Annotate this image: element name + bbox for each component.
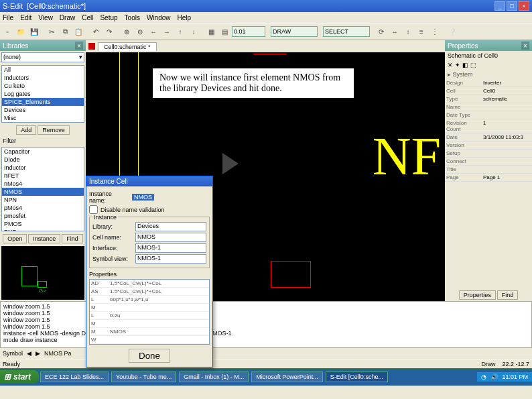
prop-tool-icon[interactable]: ✕ xyxy=(448,62,453,68)
cut-icon[interactable]: ✂ xyxy=(46,25,58,38)
filter-item[interactable]: NMOS xyxy=(2,188,84,196)
open-button[interactable]: Open xyxy=(3,234,27,243)
zoom-field[interactable]: 0.01 xyxy=(232,26,265,37)
library-item[interactable]: Inductors xyxy=(2,74,84,82)
properties-close-icon[interactable]: × xyxy=(521,42,529,50)
library-item[interactable]: SPICE_Elements xyxy=(2,98,84,106)
grid-icon[interactable]: ▦ xyxy=(205,25,217,38)
prop-tool-icon[interactable]: ◧ xyxy=(462,62,468,68)
menu-view[interactable]: View xyxy=(38,14,53,21)
cell-combo[interactable]: NMOS xyxy=(135,233,206,242)
distribute-icon[interactable]: ⋮ xyxy=(429,25,441,38)
page-nav-prev-icon[interactable]: ◀ xyxy=(27,350,31,357)
symbol-label: Symbol xyxy=(3,350,23,357)
zoom-in-icon[interactable]: ⊕ xyxy=(121,25,133,38)
status-ready: Ready xyxy=(3,361,20,367)
libraries-close-icon[interactable]: × xyxy=(75,42,83,50)
paste-icon[interactable]: 📋 xyxy=(72,25,84,38)
command-output[interactable]: window zoom 1.5window zoom 1.5window zoo… xyxy=(0,301,532,348)
symbol-combo[interactable]: NMOS-1 xyxy=(135,254,206,264)
remove-button[interactable]: Remove xyxy=(38,125,70,135)
arrow-right-icon[interactable]: → xyxy=(161,25,173,38)
menu-window[interactable]: Window xyxy=(147,14,171,21)
library-item[interactable]: Misc xyxy=(2,114,84,122)
system-tray[interactable]: ◔ 🔊 11:01 PM xyxy=(477,372,532,382)
filter-item[interactable]: Diode xyxy=(2,156,84,164)
library-item[interactable]: Devices xyxy=(2,106,84,114)
filter-list[interactable]: CapacitorDiodeInductornFETnMos4NMOSNPNpM… xyxy=(1,147,84,231)
props-label: Properties xyxy=(89,271,210,278)
tray-icon[interactable]: 🔊 xyxy=(490,374,498,380)
rotate-icon[interactable]: ⟳ xyxy=(375,25,387,38)
help-icon[interactable]: ❔ xyxy=(446,25,458,38)
properties-find-button[interactable]: Find xyxy=(497,290,519,300)
add-button[interactable]: Add xyxy=(16,125,36,135)
minimize-button[interactable]: _ xyxy=(494,1,505,11)
open-icon[interactable]: 📁 xyxy=(15,25,27,38)
flip-v-icon[interactable]: ↕ xyxy=(402,25,414,38)
filter-item[interactable]: nFET xyxy=(2,172,84,180)
library-item[interactable]: SPICE_Commands xyxy=(2,122,84,123)
library-item[interactable]: Log gates xyxy=(2,90,84,98)
filter-item[interactable]: nMos4 xyxy=(2,180,84,188)
new-icon[interactable]: ▫ xyxy=(1,25,13,38)
undo-icon[interactable]: ↶ xyxy=(90,25,102,38)
maximize-button[interactable]: □ xyxy=(507,1,517,11)
libraries-list[interactable]: AllInductorsCu ketoLog gatesSPICE_Elemen… xyxy=(1,65,84,123)
library-item[interactable]: Cu keto xyxy=(2,82,84,90)
menu-edit[interactable]: Edit xyxy=(20,14,31,21)
start-button[interactable]: ⊞ start xyxy=(0,370,39,384)
arrow-down-icon[interactable]: ↓ xyxy=(188,25,200,38)
taskbar-item[interactable]: ECE 122 Lab Slides... xyxy=(40,372,109,382)
page-nav-next-icon[interactable]: ▶ xyxy=(36,350,40,357)
taskbar-item[interactable]: Youtube - Tube me... xyxy=(111,372,176,382)
library-item[interactable]: All xyxy=(2,66,84,74)
arrow-up-icon[interactable]: ↑ xyxy=(174,25,186,38)
properties-header: Properties × xyxy=(445,40,532,51)
filter-item[interactable]: PMOS xyxy=(2,220,84,228)
interface-combo[interactable]: NMOS-1 xyxy=(135,243,206,253)
mode-select[interactable]: SELECT xyxy=(323,26,370,37)
taskbar-item[interactable]: Gmail - Inbox (1) - M... xyxy=(179,372,249,382)
menu-setup[interactable]: Setup xyxy=(100,14,117,21)
mode-draw[interactable]: DRAW xyxy=(271,26,318,37)
filter-item[interactable]: pMos4 xyxy=(2,204,84,212)
properties-panel: Properties × Schematic of Cell0 ✕ ✦ ◧ ⬚ … xyxy=(445,40,532,301)
taskbar-item[interactable]: S-Edit [Cell0:sche... xyxy=(326,372,388,382)
menu-draw[interactable]: Draw xyxy=(60,14,75,21)
copy-icon[interactable]: ⧉ xyxy=(59,25,71,38)
menu-cell[interactable]: Cell xyxy=(82,14,93,21)
filter-item[interactable]: Inductor xyxy=(2,164,84,172)
menu-help[interactable]: Help xyxy=(178,14,192,21)
status-mode: Draw xyxy=(481,361,495,367)
taskbar-item[interactable]: Microsoft PowerPoint... xyxy=(251,372,323,382)
tray-icon[interactable]: ◔ xyxy=(481,374,486,380)
filter-item[interactable]: pmosfet xyxy=(2,212,84,220)
filter-item[interactable]: NPN xyxy=(2,196,84,204)
properties-list[interactable]: AD1.5*CoL_Cw(L)*+CoLAS1.5*CoL_Cw(L)*+CoL… xyxy=(89,279,210,345)
instance-name-input[interactable]: NMOS xyxy=(132,194,154,201)
menu-tools[interactable]: Tools xyxy=(125,14,140,21)
filter-item[interactable]: PNP xyxy=(2,228,84,231)
arrow-left-icon[interactable]: ← xyxy=(147,25,159,38)
library-select[interactable]: (none) xyxy=(1,52,84,62)
tab-schematic[interactable]: Cell0:schematic * xyxy=(98,42,157,51)
save-icon[interactable]: 💾 xyxy=(28,25,40,38)
instance-button[interactable]: Instance xyxy=(28,234,60,243)
properties-grid[interactable]: DesignInverterCellCell0TypeschematicName… xyxy=(445,79,532,182)
properties-tab-button[interactable]: Properties xyxy=(459,290,496,300)
redo-icon[interactable]: ↷ xyxy=(103,25,115,38)
prop-tool-icon[interactable]: ✦ xyxy=(455,62,460,68)
grid2-icon[interactable]: ▤ xyxy=(218,25,230,38)
align-icon[interactable]: ≡ xyxy=(415,25,427,38)
library-combo[interactable]: Devices xyxy=(135,222,206,231)
filter-item[interactable]: Capacitor xyxy=(2,148,84,156)
done-button[interactable]: Done xyxy=(129,349,170,363)
flip-h-icon[interactable]: ↔ xyxy=(389,25,401,38)
menu-file[interactable]: File xyxy=(3,14,13,21)
prop-tool-icon[interactable]: ⬚ xyxy=(470,62,476,68)
disable-validation-checkbox[interactable] xyxy=(89,205,98,214)
zoom-out-icon[interactable]: ⊖ xyxy=(134,25,146,38)
find-button[interactable]: Find xyxy=(62,234,83,243)
close-button[interactable]: × xyxy=(519,1,529,11)
